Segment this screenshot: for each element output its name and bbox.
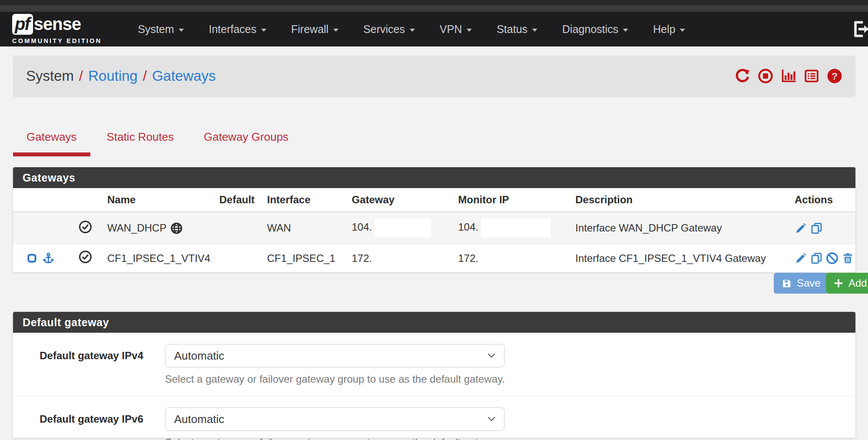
check-circle-icon (79, 250, 92, 264)
tab-gateway-groups[interactable]: Gateway Groups (190, 124, 302, 156)
copy-icon[interactable] (810, 252, 823, 265)
gateways-panel: Gateways Name Default Interface Gateway … (13, 167, 855, 272)
check-circle-icon (79, 220, 92, 234)
caret-down-icon (679, 28, 686, 32)
page-header-bar: System / Routing / Gateways (13, 56, 855, 96)
menu-interfaces[interactable]: Interfaces (197, 12, 279, 46)
chevron-down-icon (488, 417, 495, 422)
menu-diagnostics-label: Diagnostics (562, 23, 618, 36)
default-gateway-ipv4-label: Default gateway IPv4 (13, 344, 143, 385)
stop-circle-icon[interactable] (758, 68, 773, 84)
log-list-icon[interactable] (804, 68, 819, 84)
header-action-icons: ? (735, 68, 842, 84)
gateways-panel-title: Gateways (13, 167, 855, 188)
menu-vpn-label: VPN (440, 23, 462, 36)
bar-chart-icon[interactable] (781, 68, 796, 84)
logo-pf: pf (12, 14, 33, 35)
breadcrumb-link-routing[interactable]: Routing (88, 68, 138, 84)
default-gateway-ipv6-label: Default gateway IPv6 (13, 407, 143, 440)
form-row-ipv4: Default gateway IPv4 Automatic Select a … (13, 333, 855, 396)
col-interface: Interface (263, 188, 347, 212)
menu-system[interactable]: System (125, 12, 196, 46)
anchor-icon[interactable] (43, 252, 54, 264)
form-row-ipv6: Default gateway IPv6 Automatic Select a … (13, 396, 855, 440)
default-gateway-ipv6-select[interactable]: Automatic (165, 407, 505, 431)
save-button[interactable]: Save (774, 273, 828, 294)
menu-services[interactable]: Services (351, 12, 428, 46)
caret-down-icon (466, 28, 472, 32)
col-row-icons (13, 188, 63, 212)
breadcrumb-link-gateways[interactable]: Gateways (152, 68, 216, 84)
menu-help-label: Help (653, 23, 675, 36)
menu-status[interactable]: Status (485, 12, 550, 46)
menu-system-label: System (138, 23, 174, 36)
col-gateway: Gateway (347, 188, 454, 212)
row-status-cell (63, 212, 93, 244)
globe-icon (170, 222, 183, 235)
main-menu: System Interfaces Firewall Services VPN … (125, 12, 698, 46)
redaction-box (375, 218, 431, 238)
interface-cell: CF1_IPSEC_1 (263, 244, 347, 273)
disable-icon[interactable] (826, 252, 838, 265)
menu-firewall[interactable]: Firewall (279, 12, 351, 46)
window-chrome-strip (0, 0, 868, 5)
actions-cell (790, 244, 855, 273)
monitor-ip-cell: 172. (454, 244, 571, 273)
menu-interfaces-label: Interfaces (209, 23, 257, 36)
caret-down-icon (261, 28, 267, 32)
logo-sense: sense (34, 15, 81, 33)
caret-down-icon (409, 28, 416, 32)
svg-text:?: ? (832, 71, 838, 82)
table-row: WAN_DHCP WAN 104. 104. Interface WAN_DHC… (13, 212, 855, 244)
interface-cell: WAN (263, 212, 347, 244)
default-gateway-panel-title: Default gateway (13, 312, 855, 333)
tab-static-routes[interactable]: Static Routes (93, 124, 188, 156)
edit-icon[interactable] (795, 252, 807, 265)
description-cell: Interface WAN_DHCP Gateway (571, 212, 790, 244)
gateway-ip: 104. (352, 221, 372, 233)
delete-icon[interactable] (842, 252, 854, 265)
breadcrumb-separator: / (143, 68, 147, 84)
breadcrumb-root: System (26, 68, 74, 84)
menu-firewall-label: Firewall (291, 23, 329, 36)
col-status (63, 188, 93, 212)
copy-icon[interactable] (810, 222, 823, 235)
default-gateway-ipv6-help: Select a gateway or failover gateway gro… (165, 437, 505, 440)
row-status-cell (63, 244, 93, 273)
col-description: Description (571, 188, 790, 212)
menu-vpn[interactable]: VPN (428, 12, 485, 46)
window-chrome-strip-2 (0, 5, 868, 12)
routing-tabs: Gateways Static Routes Gateway Groups (13, 124, 305, 156)
col-monitor-ip: Monitor IP (454, 188, 571, 212)
add-button-label: Add (848, 277, 867, 289)
caret-down-icon (178, 28, 185, 32)
default-cell (215, 244, 263, 273)
breadcrumb-separator: / (79, 68, 83, 84)
sign-out-icon[interactable] (848, 20, 868, 39)
square-outline-icon[interactable] (26, 252, 38, 264)
refresh-icon[interactable] (735, 68, 750, 84)
default-gateway-ipv4-value: Automatic (174, 349, 224, 363)
caret-down-icon (333, 28, 339, 32)
edit-icon[interactable] (795, 222, 807, 235)
add-button[interactable]: Add (826, 273, 868, 294)
gateway-name-cell: WAN_DHCP (93, 212, 215, 244)
default-gateway-ipv4-select[interactable]: Automatic (165, 344, 505, 367)
col-default: Default (215, 188, 263, 212)
caret-down-icon (622, 28, 629, 32)
help-circle-icon[interactable]: ? (827, 68, 842, 84)
actions-cell (790, 212, 855, 244)
menu-diagnostics[interactable]: Diagnostics (550, 12, 641, 46)
table-header-row: Name Default Interface Gateway Monitor I… (13, 188, 855, 212)
default-cell (215, 212, 263, 244)
row-left-icons (13, 244, 63, 273)
row-left-icons (13, 212, 63, 244)
caret-down-icon (531, 28, 538, 32)
tab-gateways[interactable]: Gateways (13, 124, 90, 156)
gateways-table: Name Default Interface Gateway Monitor I… (13, 188, 855, 272)
top-navbar: pf sense COMMUNITY EDITION System Interf… (0, 12, 868, 46)
pfsense-logo[interactable]: pf sense COMMUNITY EDITION (12, 14, 102, 44)
gateway-ip-cell: 104. (347, 212, 454, 244)
menu-status-label: Status (497, 23, 528, 36)
menu-help[interactable]: Help (641, 12, 698, 46)
